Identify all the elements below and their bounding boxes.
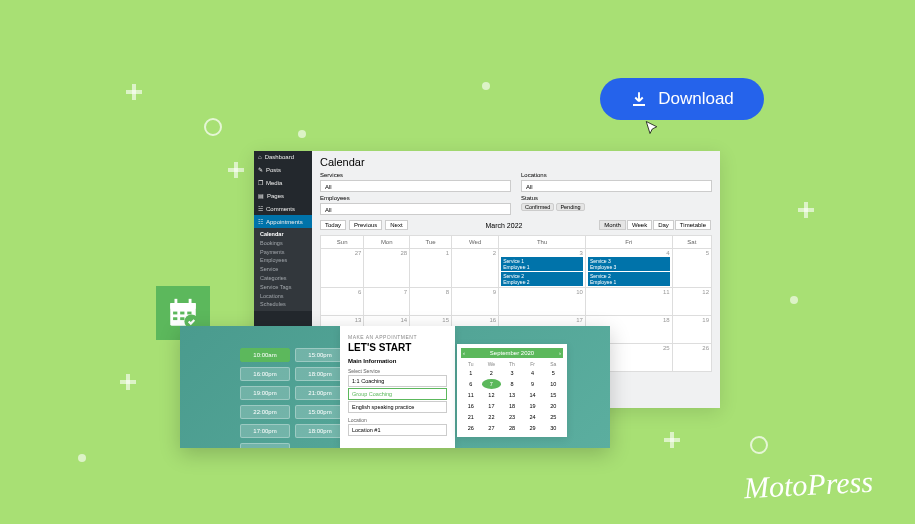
mini-cal-day[interactable]: 7	[482, 379, 502, 389]
mini-cal-day[interactable]: 9	[523, 379, 543, 389]
filter-status[interactable]: ConfirmedPending	[521, 203, 712, 211]
time-slot[interactable]: 10:00am	[240, 348, 290, 362]
mini-cal-day[interactable]: 17	[482, 401, 502, 411]
mini-cal-day[interactable]: 27	[482, 423, 502, 433]
mini-cal-day[interactable]: 2	[482, 368, 502, 378]
time-slot[interactable]: 15:00pm	[295, 405, 345, 419]
booking-widget: 10:00am15:00pm16:00pm18:00pm19:00pm21:00…	[180, 326, 610, 448]
booking-form: MAKE AN APPOINTMENT LET'S START Main Inf…	[340, 326, 455, 448]
mini-cal-day[interactable]: 26	[461, 423, 481, 433]
sidebar-item-appointments[interactable]: ☷ Appointments	[254, 215, 312, 228]
filter-status-label: Status	[521, 195, 712, 201]
mini-cal-day[interactable]: 18	[502, 401, 522, 411]
form-title: LET'S START	[348, 342, 447, 353]
mini-cal-day[interactable]: 29	[523, 423, 543, 433]
view-timetable[interactable]: Timetable	[675, 220, 711, 230]
sidebar-item-pages[interactable]: ▤ Pages	[254, 189, 312, 202]
today-button[interactable]: Today	[320, 220, 346, 230]
svg-rect-1	[170, 303, 196, 309]
sidebar-item-posts[interactable]: ✎ Posts	[254, 163, 312, 176]
mini-cal-day[interactable]: 11	[461, 390, 481, 400]
mini-cal-day[interactable]: 19	[523, 401, 543, 411]
cursor-icon	[644, 120, 662, 138]
time-slot[interactable]: 22:00pm	[240, 405, 290, 419]
prev-button[interactable]: Previous	[349, 220, 382, 230]
sidebar-item-comments[interactable]: ☱ Comments	[254, 202, 312, 215]
time-slot[interactable]: 18:00pm	[295, 367, 345, 381]
submenu-locations[interactable]: Locations	[260, 292, 306, 301]
mini-cal-day[interactable]: 24	[523, 412, 543, 422]
time-slot[interactable]: 15:00pm	[295, 348, 345, 362]
sidebar-item-dashboard[interactable]: ⌂ Dashboard	[254, 151, 312, 163]
mini-cal-day[interactable]: 13	[502, 390, 522, 400]
next-button[interactable]: Next	[385, 220, 407, 230]
view-week[interactable]: Week	[627, 220, 652, 230]
mini-cal-day[interactable]: 21	[461, 412, 481, 422]
mini-cal-day[interactable]: 30	[543, 423, 563, 433]
sidebar-submenu: Calendar Bookings Payments Employees Ser…	[254, 228, 312, 311]
location-label: Location	[348, 417, 447, 423]
location-select[interactable]: Location #1	[348, 424, 447, 436]
service-label: Select Service	[348, 368, 447, 374]
mini-cal-day[interactable]: 23	[502, 412, 522, 422]
filter-locations-label: Locations	[521, 172, 712, 178]
mini-cal-day[interactable]: 3	[502, 368, 522, 378]
next-month-icon[interactable]: ›	[559, 350, 561, 356]
time-slot[interactable]: 19:00pm	[240, 386, 290, 400]
filter-employees[interactable]: All	[320, 203, 511, 215]
svg-rect-4	[173, 312, 177, 315]
page-title: Calendar	[320, 156, 712, 168]
submenu-employees[interactable]: Employees	[260, 256, 306, 265]
brand-logo: MotoPress	[743, 465, 873, 506]
svg-rect-3	[189, 299, 192, 305]
form-pretitle: MAKE AN APPOINTMENT	[348, 334, 447, 340]
submenu-service-categories[interactable]: Service Categories	[260, 265, 306, 283]
time-slot[interactable]: 21:00pm	[295, 386, 345, 400]
mini-cal-day[interactable]: 20	[543, 401, 563, 411]
service-select[interactable]: 1:1 Coaching	[348, 375, 447, 387]
service-option[interactable]: Group Coaching	[348, 388, 447, 400]
month-label: March 2022	[485, 222, 522, 229]
mini-cal-day[interactable]: 14	[523, 390, 543, 400]
mini-cal-dow: We	[482, 361, 502, 367]
mini-cal-day[interactable]: 25	[543, 412, 563, 422]
filter-employees-label: Employees	[320, 195, 511, 201]
mini-cal-day[interactable]: 8	[502, 379, 522, 389]
view-day[interactable]: Day	[653, 220, 674, 230]
mini-calendar: ‹ September 2020 › TuWeThFrSa12345678910…	[457, 344, 567, 437]
mini-cal-day[interactable]: 15	[543, 390, 563, 400]
filter-services[interactable]: All	[320, 180, 511, 192]
svg-rect-2	[175, 299, 178, 305]
time-slots: 10:00am15:00pm16:00pm18:00pm19:00pm21:00…	[240, 348, 345, 448]
submenu-bookings[interactable]: Bookings	[260, 239, 306, 248]
mini-cal-day[interactable]: 22	[482, 412, 502, 422]
sidebar-item-media[interactable]: ❐ Media	[254, 176, 312, 189]
download-button[interactable]: Download	[600, 78, 764, 120]
submenu-payments[interactable]: Payments	[260, 248, 306, 257]
submenu-schedules[interactable]: Schedules	[260, 300, 306, 309]
filter-locations[interactable]: All	[521, 180, 712, 192]
time-slot[interactable]: 16:00pm	[240, 367, 290, 381]
mini-cal-day[interactable]: 10	[543, 379, 563, 389]
mini-calendar-header: ‹ September 2020 ›	[461, 348, 563, 358]
mini-cal-day[interactable]: 12	[482, 390, 502, 400]
prev-month-icon[interactable]: ‹	[463, 350, 465, 356]
mini-cal-day[interactable]: 6	[461, 379, 481, 389]
download-label: Download	[658, 89, 734, 109]
practice-select[interactable]: English speaking practice	[348, 401, 447, 413]
time-slot[interactable]: 17:00pm	[240, 424, 290, 438]
mini-cal-day[interactable]: 4	[523, 368, 543, 378]
mini-cal-dow: Tu	[461, 361, 481, 367]
mini-cal-dow: Fr	[523, 361, 543, 367]
mini-cal-day[interactable]: 5	[543, 368, 563, 378]
time-slot[interactable]: 19:00pm	[240, 443, 290, 448]
view-month[interactable]: Month	[599, 220, 626, 230]
submenu-service-tags[interactable]: Service Tags	[260, 283, 306, 292]
mini-cal-day[interactable]: 16	[461, 401, 481, 411]
submenu-calendar[interactable]: Calendar	[260, 230, 306, 239]
svg-rect-5	[180, 312, 184, 315]
svg-rect-7	[173, 317, 177, 320]
time-slot[interactable]: 18:00pm	[295, 424, 345, 438]
mini-cal-day[interactable]: 28	[502, 423, 522, 433]
mini-cal-day[interactable]: 1	[461, 368, 481, 378]
